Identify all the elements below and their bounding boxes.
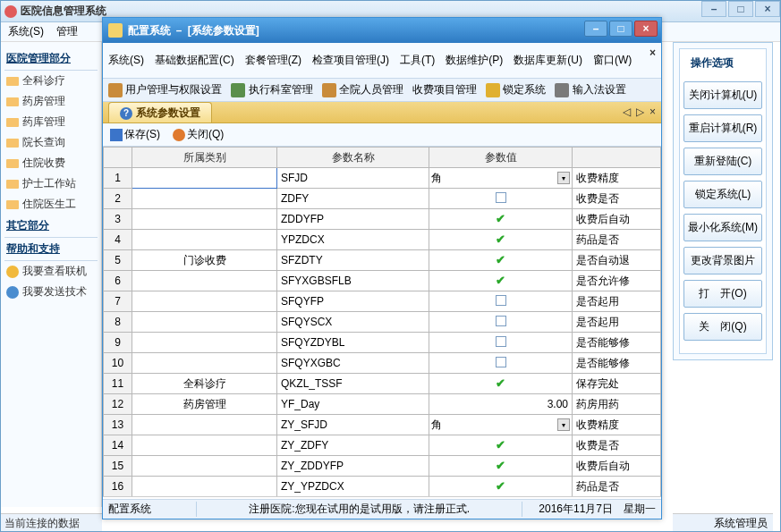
right-action-button[interactable]: 打 开(O) [683,280,762,308]
cell-category[interactable]: 药房管理 [132,394,277,415]
cell-remark[interactable]: 是否自动退 [573,250,661,271]
table-row[interactable]: 13ZY_SFJD角▾收费精度 [104,415,661,435]
grid-header[interactable]: 参数值 [429,148,573,168]
cell-param-name[interactable]: SFZDTY [277,250,429,271]
cell-category[interactable] [132,435,277,456]
right-action-button[interactable]: 重新登陆(C) [683,148,762,175]
grid-header[interactable]: 所属类别 [132,148,277,168]
cell-param-name[interactable]: ZY_SFJD [277,415,429,435]
cell-category[interactable] [132,353,277,374]
checkbox-checked-icon[interactable]: ✔ [496,275,506,286]
table-row[interactable]: 2ZDFY收费是否 [104,189,661,209]
cell-param-value[interactable]: ✔ [429,250,573,271]
checkbox-unchecked-icon[interactable] [496,192,506,203]
cell-param-value[interactable] [429,291,573,312]
cell-remark[interactable]: 收费精度 [573,415,661,435]
table-row[interactable]: 14ZY_ZDFY✔收费是否 [104,435,661,456]
cell-category[interactable] [132,189,277,209]
config-menu-item[interactable]: 系统(S) [108,53,144,68]
toolbar-fee[interactable]: 收费项目管理 [412,82,477,97]
cell-param-value[interactable]: ✔ [429,374,573,394]
grid-container[interactable]: 所属类别参数名称参数值1SFJD角▾收费精度2ZDFY收费是否3ZDDYFP✔收… [103,147,661,497]
sidebar-group-header[interactable]: 医院管理部分 [4,47,98,71]
grid-header[interactable] [573,148,661,168]
cell-param-name[interactable]: YF_Day [277,394,429,415]
cell-param-name[interactable]: SFQYFP [277,291,429,312]
cell-param-value[interactable]: ✔ [429,230,573,250]
chevron-down-icon[interactable]: ▾ [557,418,570,431]
cell-remark[interactable]: 是否能够修 [573,333,661,353]
toolbar-user-perm[interactable]: 用户管理与权限设置 [108,82,222,97]
config-menu-item[interactable]: 数据库更新(U) [514,53,582,68]
cell-param-value[interactable] [429,189,573,209]
cell-category[interactable] [132,477,277,497]
table-row[interactable]: 5门诊收费SFZDTY✔是否自动退 [104,250,661,271]
table-row[interactable]: 9SFQYZDYBL是否能够修 [104,333,661,353]
toolbar-dept[interactable]: 执行科室管理 [231,82,312,97]
cell-category[interactable] [132,291,277,312]
close-button[interactable]: 关闭(Q) [173,127,224,142]
sidebar-item[interactable]: 住院收费 [4,153,98,173]
cell-param-value[interactable]: ✔ [429,271,573,291]
outer-menu-manage[interactable]: 管理 [56,24,78,39]
outer-max-button[interactable]: □ [728,1,753,17]
grid-header[interactable] [104,148,132,168]
sidebar-item[interactable]: 护士工作站 [4,173,98,194]
checkbox-checked-icon[interactable]: ✔ [496,234,506,245]
toolbar-lock[interactable]: 锁定系统 [486,82,546,97]
table-row[interactable]: 3ZDDYFP✔收费后自动 [104,209,661,230]
sidebar-item[interactable]: 院长查询 [4,132,98,153]
checkbox-checked-icon[interactable]: ✔ [496,255,506,266]
cell-category[interactable] [132,333,277,353]
cell-param-name[interactable]: ZDDYFP [277,209,429,230]
cell-category[interactable]: 门诊收费 [132,250,277,271]
grid-header[interactable]: 参数名称 [277,148,429,168]
sidebar-group-header[interactable]: 其它部分 [4,215,98,238]
config-menu-item[interactable]: 套餐管理(Z) [245,53,301,68]
table-row[interactable]: 15ZY_ZDDYFP✔收费后自动 [104,456,661,477]
right-action-button[interactable]: 最小化系统(M) [683,214,762,241]
config-max-button[interactable]: □ [609,21,632,37]
outer-close-button[interactable]: × [755,1,780,17]
sidebar-item[interactable]: 住院医生工 [4,194,98,215]
cell-category[interactable] [132,456,277,477]
sidebar-item[interactable]: 药库管理 [4,112,98,132]
toolbar-staff[interactable]: 全院人员管理 [322,82,403,97]
table-row[interactable]: 6SFYXGBSFLB✔是否允许修 [104,271,661,291]
checkbox-checked-icon[interactable]: ✔ [496,214,506,224]
cell-category[interactable] [132,209,277,230]
cell-param-name[interactable]: YPZDCX [277,230,429,250]
right-action-button[interactable]: 锁定系统(L) [683,181,762,208]
checkbox-unchecked-icon[interactable] [496,295,506,306]
table-row[interactable]: 7SFQYFP是否起用 [104,291,661,312]
cell-param-value[interactable]: ✔ [429,456,573,477]
cell-category[interactable] [132,230,277,250]
table-row[interactable]: 11全科诊疗QKZL_TSSF✔保存完处 [104,374,661,394]
cell-remark[interactable]: 收费后自动 [573,456,661,477]
cell-param-name[interactable]: ZY_ZDDYFP [277,456,429,477]
table-row[interactable]: 8SFQYSCX是否起用 [104,312,661,333]
cell-remark[interactable]: 收费精度 [573,168,661,189]
cell-category[interactable] [132,271,277,291]
sidebar-item[interactable]: 我要发送技术 [4,282,98,302]
right-action-button[interactable]: 关 闭(Q) [683,313,762,341]
cell-remark[interactable]: 药房用药 [573,394,661,415]
cell-category[interactable] [132,168,277,189]
cell-param-value[interactable] [429,333,573,353]
sidebar-item[interactable]: 我要查看联机 [4,261,98,282]
tab-system-params[interactable]: ? 系统参数设置 [108,102,212,122]
cell-param-value[interactable]: ✔ [429,209,573,230]
tab-nav-left-icon[interactable]: ◁ [623,106,631,118]
tab-nav-close-icon[interactable]: × [649,106,656,118]
checkbox-unchecked-icon[interactable] [496,316,506,326]
cell-param-name[interactable]: SFQYZDYBL [277,333,429,353]
tab-nav-right-icon[interactable]: ▷ [636,106,644,118]
outer-menu-system[interactable]: 系统(S) [8,24,44,39]
table-row[interactable]: 1SFJD角▾收费精度 [104,168,661,189]
config-close-button[interactable]: × [634,21,658,37]
cell-remark[interactable]: 是否能够修 [573,353,661,374]
table-row[interactable]: 10SFQYXGBC是否能够修 [104,353,661,374]
cell-param-name[interactable]: ZY_ZDFY [277,435,429,456]
cell-remark[interactable]: 药品是否 [573,477,661,497]
outer-min-button[interactable]: – [701,1,726,17]
